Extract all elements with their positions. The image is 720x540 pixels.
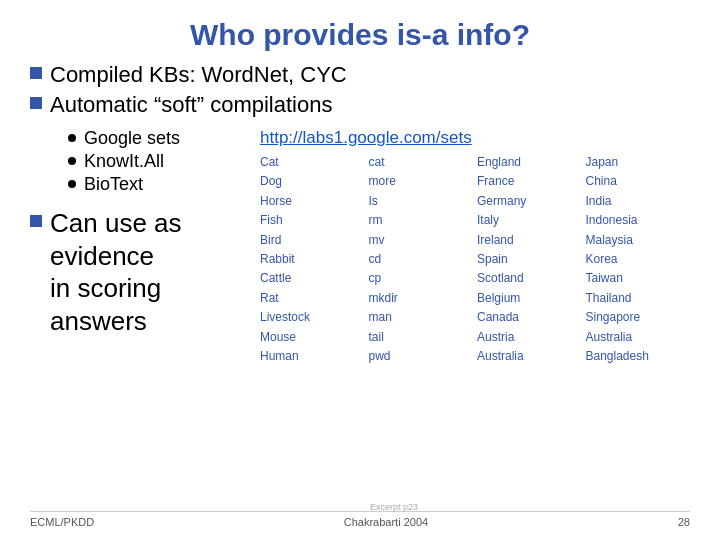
table-cell: Italy: [477, 212, 582, 229]
bullet-square-3: [30, 215, 42, 227]
sub-bullet-3-text: BioText: [84, 174, 143, 195]
table-cell: Bangladesh: [586, 348, 691, 365]
big-bullet-text: Can use as evidence in scoring answers: [50, 207, 182, 337]
table-cell: cp: [369, 270, 474, 287]
table-cell: Scotland: [477, 270, 582, 287]
sub-bullet-2-text: KnowIt.All: [84, 151, 164, 172]
table-cell: Human: [260, 348, 365, 365]
table-cell: Singapore: [586, 309, 691, 326]
table-cell: Taiwan: [586, 270, 691, 287]
table-cell: Is: [369, 193, 474, 210]
table-cell: China: [586, 173, 691, 190]
table-cell: cd: [369, 251, 474, 268]
big-bullet: Can use as evidence in scoring answers: [30, 207, 260, 337]
google-link[interactable]: http://labs1.google.com/sets: [260, 128, 690, 148]
table-cell: Mouse: [260, 329, 365, 346]
dot-2: [68, 157, 76, 165]
footer-center: Chakrabarti 2004: [344, 516, 428, 528]
table-cell: India: [586, 193, 691, 210]
sub-bullet-1: Google sets: [68, 128, 260, 149]
table-cell: Rabbit: [260, 251, 365, 268]
table-cell: Horse: [260, 193, 365, 210]
sub-bullets: Google sets KnowIt.All BioText: [68, 128, 260, 197]
footer: ECML/PKDD Chakrabarti 2004 28: [30, 511, 690, 528]
bullet-1: Compiled KBs: WordNet, CYC: [30, 62, 690, 88]
table-cell: Malaysia: [586, 232, 691, 249]
table-cell: mkdir: [369, 290, 474, 307]
table-col-1: CatDogHorseFishBirdRabbitCattleRatLivest…: [260, 154, 365, 365]
table-cell: England: [477, 154, 582, 171]
table-cell: France: [477, 173, 582, 190]
table-cell: Canada: [477, 309, 582, 326]
table-cell: Cattle: [260, 270, 365, 287]
slide-title: Who provides is-a info?: [30, 18, 690, 52]
table-cell: Dog: [260, 173, 365, 190]
table-cell: Cat: [260, 154, 365, 171]
sub-bullet-3: BioText: [68, 174, 260, 195]
footer-right: 28: [678, 516, 690, 528]
table-cell: Livestock: [260, 309, 365, 326]
table-cell: Germany: [477, 193, 582, 210]
table-cell: more: [369, 173, 474, 190]
table-cell: tail: [369, 329, 474, 346]
table-col-2: catmoreIsrmmvcdcpmkdirmantailpwd: [369, 154, 474, 365]
table-col-4: JapanChinaIndiaIndonesiaMalaysiaKoreaTai…: [586, 154, 691, 365]
footer-left: ECML/PKDD: [30, 516, 94, 528]
table-cell: Australia: [477, 348, 582, 365]
sub-bullet-1-text: Google sets: [84, 128, 180, 149]
data-table: CatDogHorseFishBirdRabbitCattleRatLivest…: [260, 154, 690, 365]
table-cell: Australia: [586, 329, 691, 346]
table-cell: Spain: [477, 251, 582, 268]
table-cell: cat: [369, 154, 474, 171]
table-cell: Bird: [260, 232, 365, 249]
table-cell: Indonesia: [586, 212, 691, 229]
table-cell: Korea: [586, 251, 691, 268]
table-cell: man: [369, 309, 474, 326]
dot-3: [68, 180, 76, 188]
bullet-square-1: [30, 67, 42, 79]
table-cell: Ireland: [477, 232, 582, 249]
table-cell: Belgium: [477, 290, 582, 307]
table-cell: Austria: [477, 329, 582, 346]
table-cell: Fish: [260, 212, 365, 229]
bullet-square-2: [30, 97, 42, 109]
dot-1: [68, 134, 76, 142]
table-col-3: EnglandFranceGermanyItalyIrelandSpainSco…: [477, 154, 582, 365]
bullet-2: Automatic “soft” compilations: [30, 92, 690, 118]
table-cell: Rat: [260, 290, 365, 307]
watermark: Excerpt p23: [370, 502, 418, 512]
table-cell: Japan: [586, 154, 691, 171]
bullet-2-text: Automatic “soft” compilations: [50, 92, 332, 118]
bullet-1-text: Compiled KBs: WordNet, CYC: [50, 62, 347, 88]
table-cell: rm: [369, 212, 474, 229]
table-cell: mv: [369, 232, 474, 249]
table-cell: pwd: [369, 348, 474, 365]
table-cell: Thailand: [586, 290, 691, 307]
sub-bullet-2: KnowIt.All: [68, 151, 260, 172]
